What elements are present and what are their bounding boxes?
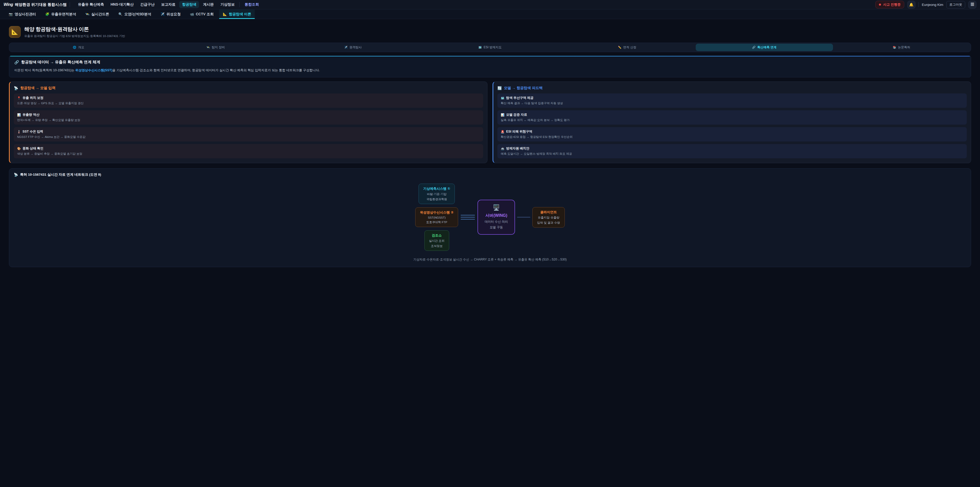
pencil-icon: ✏️ (618, 46, 621, 49)
tab-overview[interactable]: 🌐 개요 (10, 44, 147, 51)
satellite-icon: 🛰️ (207, 46, 210, 49)
antenna-icon: 📡 (14, 86, 18, 90)
tab-label: 개요 (78, 45, 84, 49)
linkage-title-text: 항공탐색 데이터 → 유출유 확산예측 연계 체계 (21, 60, 100, 65)
incident-status-badge: 사고 진행중 (875, 1, 904, 8)
subnav-item-pollution-ship-3d[interactable]: 🔍 오염/선박3D분석 (115, 10, 155, 19)
subnav-item-realtime-drone[interactable]: 🛰️ 실시간드론 (82, 10, 113, 19)
user-name: Eunjeong Kim (922, 3, 943, 6)
subnav-item-image-management[interactable]: 📷 영상사진관리 (5, 10, 40, 19)
page-ruler-icon: 📐 (9, 26, 21, 38)
tab-area-estimation[interactable]: ✏️ 면적 산정 (558, 44, 696, 51)
card-title-text: 항공탐색 → 모델 입력 (20, 86, 56, 90)
flow-item-model-validation: 📊모델 검증 자료 실측 유출유 위치 ↔ 예측값 오차 분석 → 정확도 평가 (497, 110, 967, 125)
item-title: 유출 위치 보정 (22, 96, 43, 100)
model-feedback-card: 🔄 모델 → 항공탐색 피드백 🗺️탐색 우선구역 제공 확산 예측 결과 → … (493, 81, 971, 163)
tab-esi-map[interactable]: 🗺️ ESI 방제지도 (422, 44, 558, 51)
logout-button[interactable]: 로그아웃 (946, 1, 965, 8)
tab-papers-patents[interactable]: 📚 논문특허 (833, 44, 970, 51)
item-title: 모델 검증 자료 (506, 113, 527, 117)
node-line: 데이터 수신·처리 (485, 220, 508, 224)
nav-item-board[interactable]: 게시판 (200, 1, 216, 8)
flow-item-priority-zone: 🗺️탐색 우선구역 제공 확산 예측 결과 → 다음 탐색 집중구역 자동 생성 (497, 93, 967, 108)
node-title: 위성영상수신시스템 ② (420, 210, 453, 215)
subnav-item-aerial-search-theory[interactable]: 📐 항공탐색 이론 (219, 10, 255, 19)
hamburger-menu-button[interactable]: ☰ (968, 1, 977, 9)
item-title: SST 수온 입력 (22, 129, 43, 134)
flow-item-resource-deployment: 🚢방제자원 배치안 예측 도달시간 → 오일펜스·방제정 최적 배치 좌표 제공 (497, 144, 967, 158)
nav-item-integrated-search[interactable]: 통합조회 (242, 1, 262, 8)
subnav-item-cctv[interactable]: 📹 CCTV 조회 (186, 10, 217, 19)
node-line: 모델 구동 (485, 225, 508, 230)
item-title: 유출량 역산 (22, 113, 39, 117)
thermometer-icon: 🌡️ (17, 130, 21, 134)
incident-status-label: 사고 진행중 (883, 2, 900, 7)
network-diagram-title: 📡 특허 10-1567431 실시간 자료 연계 네트워크 (도면 9) (14, 172, 966, 177)
flow-item-spill-location: 📍유출 위치 보정 드론·위성 영상 → GPS 좌표 → 모델 유출지점 갱신 (14, 93, 483, 108)
main-nav: 유출유 확산예측 HNS·대기확산 긴급구난 보고자료 항공탐색 게시판 기상정… (75, 1, 262, 8)
airplane-icon: ✈️ (344, 46, 348, 49)
item-desc: 면적×두께 → 유량 추정 → 확산모델 유출량 보정 (17, 118, 480, 122)
linkage-overview-title: 🔗 항공탐색 데이터 → 유출유 확산예측 연계 체계 (14, 60, 966, 65)
nav-item-emergency-rescue[interactable]: 긴급구난 (137, 1, 157, 8)
diagram-caption: 기상자료·수온자료·조석정보 실시간 수신 → CHARRY 조류 + 취송류 … (14, 257, 966, 262)
node-weather-system: 기상예측시스템 ① 바람·기온·기압 국립환경과학원 (418, 184, 455, 204)
tab-label: 원격탐사 (349, 45, 362, 49)
nav-item-weather-info[interactable]: 기상정보 (218, 1, 237, 8)
books-icon: 📚 (893, 46, 896, 49)
nav-item-reports[interactable]: 보고자료 (158, 1, 178, 8)
nav-item-spill-prediction[interactable]: 유출유 확산예측 (75, 1, 107, 8)
node-line: 토호쿠대학 FTP (420, 220, 453, 224)
node-line: SST(NGSST) (420, 216, 453, 219)
map-icon: 🗺️ (501, 96, 504, 100)
nav-item-aerial-search[interactable]: 항공탐색 (179, 1, 199, 8)
model-feedback-card-title: 🔄 모델 → 항공탐색 피드백 (497, 86, 967, 90)
node-title: 검조소 (429, 233, 445, 238)
tab-detection-equipment[interactable]: 🛰️ 탐지 장비 (147, 44, 284, 51)
diagram-source-column: 기상예측시스템 ① 바람·기온·기압 국립환경과학원 위성영상수신시스템 ② S… (415, 184, 458, 251)
brand: Wing 해양환경 위기대응 통합시스템 (3, 2, 67, 7)
node-tide-station: 검조소 실시간 조위 조석정보 (425, 230, 449, 251)
item-desc: 확산 예측 결과 → 다음 탐색 집중구역 자동 생성 (501, 101, 963, 105)
link-icon: 🔗 (752, 46, 756, 49)
notification-bell-button[interactable]: 🔔 (907, 1, 915, 9)
map-icon: 🗺️ (478, 46, 482, 49)
page-header: 📐 해양 항공탐색·원격탐사 이론 유출유 원격탐지·항공감시 기법·ESI 방… (9, 26, 971, 38)
ship-icon: 🚢 (501, 147, 504, 150)
subnav-item-spill-area-analysis[interactable]: 🧩 유출유면적분석 (41, 10, 80, 19)
subnav-label: 항공탐색 이론 (229, 12, 251, 17)
brand-title: 해양환경 위기대응 통합시스템 (15, 2, 67, 7)
subnav-item-satellite-request[interactable]: ✈️ 위성요청 (157, 10, 184, 19)
subnav-label: 유출유면적분석 (51, 12, 76, 17)
pin-icon: 📍 (17, 96, 21, 100)
triangle-ruler-icon: 📐 (223, 12, 227, 16)
single-link-connector (517, 217, 530, 217)
item-title: 방제자원 배치안 (506, 146, 529, 151)
node-title: 클라이언트 (537, 210, 560, 214)
bell-icon: 🔔 (909, 3, 913, 6)
flow-cards-row: 📡 항공탐색 → 모델 입력 📍유출 위치 보정 드론·위성 영상 → GPS … (9, 81, 971, 163)
node-line: 국립환경과학원 (423, 197, 450, 201)
link-icon: 🔗 (14, 60, 19, 65)
satellite-icon: 🛰️ (85, 12, 89, 16)
item-desc: 색상 분류 → 증발비 추정 → 풍화모델 초기값 보정 (17, 152, 480, 156)
linkage-overview-body: 이문진 박사 특허(등록특허 10-1567431)는 위성영상수신시스템(SS… (14, 68, 966, 73)
bar-chart-icon: 📊 (17, 113, 21, 117)
nav-item-hns-diffusion[interactable]: HNS·대기확산 (108, 1, 136, 8)
item-desc: 확산경로×ESI 중첩 → 항공탐색 ESI 현장확인 우선순위 (501, 135, 963, 139)
flow-item-spill-volume: 📊유출량 역산 면적×두께 → 유량 추정 → 확산모델 유출량 보정 (14, 110, 483, 125)
tab-remote-sensing[interactable]: ✈️ 원격탐사 (284, 44, 422, 51)
monitor-icon: 🖥️ (485, 204, 508, 211)
diagram-title-text: 특허 10-1567431 실시간 자료 연계 네트워크 (도면 9) (20, 172, 101, 177)
flow-item-esi-risk-zone: 🚨ESI 피해 위험구역 확산경로×ESI 중첩 → 항공탐색 ESI 현장확인… (497, 127, 967, 142)
node-line: 조석정보 (429, 244, 445, 248)
incident-dot-icon (879, 3, 881, 6)
tab-label: 면적 산정 (623, 45, 636, 49)
body-text: 이문진 박사 특허(등록특허 10-1567431)는 (14, 69, 75, 72)
node-line: 실시간 조위 (429, 239, 445, 243)
tab-prediction-linkage[interactable]: 🔗 확산예측 연계 (696, 44, 833, 51)
hamburger-icon: ☰ (970, 2, 974, 7)
model-input-card: 📡 항공탐색 → 모델 입력 📍유출 위치 보정 드론·위성 영상 → GPS … (9, 81, 487, 163)
flow-item-sst-input: 🌡️SST 수온 입력 NGSST FTP 수신 → Akima 보간 → 풍화… (14, 127, 483, 142)
brand-divider (70, 2, 70, 7)
